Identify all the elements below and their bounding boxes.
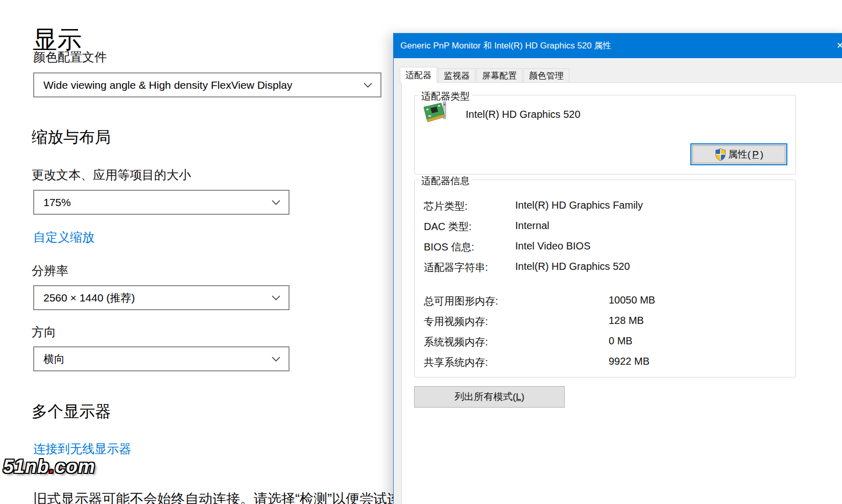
shared-system-memory-label: 共享系统内存: xyxy=(424,356,488,369)
orientation-label: 方向 xyxy=(32,324,56,340)
orientation-value: 横向 xyxy=(43,352,65,366)
tab-adapter[interactable]: 适配器 xyxy=(400,67,437,83)
adapter-name: Intel(R) HD Graphics 520 xyxy=(466,109,581,120)
tab-screen-config[interactable]: 屏幕配置 xyxy=(476,68,522,82)
color-profile-value: Wide viewing angle & High density FlexVi… xyxy=(43,79,293,91)
adapter-string-value: Intel(R) HD Graphics 520 xyxy=(515,261,630,272)
orientation-select[interactable]: 横向 xyxy=(33,346,290,371)
adapter-string-label: 适配器字符串: xyxy=(424,261,488,274)
multiple-displays-heading: 多个显示器 xyxy=(32,401,111,422)
adapter-info-group-label: 适配器信息 xyxy=(419,174,472,188)
dac-type-value: Internal xyxy=(515,220,549,232)
gpu-card-icon xyxy=(421,100,448,124)
color-profile-select[interactable]: Wide viewing angle & High density FlexVi… xyxy=(33,72,381,97)
resolution-select[interactable]: 2560 × 1440 (推荐) xyxy=(33,285,290,310)
custom-scaling-link[interactable]: 自定义缩放 xyxy=(33,229,94,245)
properties-button[interactable]: 属性(P) xyxy=(690,143,787,165)
system-video-memory-value: 0 MB xyxy=(609,335,633,347)
uac-shield-icon xyxy=(714,148,727,161)
chevron-down-icon xyxy=(272,200,280,205)
color-profile-label: 颜色配置文件 xyxy=(33,49,107,65)
scale-layout-heading: 缩放与布局 xyxy=(32,127,111,148)
watermark-dot: . xyxy=(49,456,55,477)
adapter-info-group: 适配器信息 芯片类型: Intel(R) HD Graphics Family … xyxy=(414,180,796,377)
chevron-down-icon xyxy=(364,83,372,88)
dialog-tabs: 适配器 监视器 屏幕配置 颜色管理 xyxy=(400,67,570,82)
properties-button-label: 属性( xyxy=(728,148,751,161)
bios-info-value: Intel Video BIOS xyxy=(515,240,591,252)
total-graphics-memory-value: 10050 MB xyxy=(609,294,655,306)
resolution-value: 2560 × 1440 (推荐) xyxy=(43,291,135,305)
dialog-title: Generic PnP Monitor 和 Intel(R) HD Graphi… xyxy=(400,33,612,58)
dedicated-video-memory-value: 128 MB xyxy=(609,315,644,326)
system-video-memory-label: 系统视频内存: xyxy=(424,335,488,349)
watermark-part2: com xyxy=(55,456,95,477)
scale-value: 175% xyxy=(43,196,71,209)
chip-type-value: Intel(R) HD Graphics Family xyxy=(515,199,643,211)
scale-select[interactable]: 175% xyxy=(33,190,290,215)
properties-button-label-end: ) xyxy=(760,149,763,160)
tab-monitor[interactable]: 监视器 xyxy=(438,68,475,82)
dac-type-label: DAC 类型: xyxy=(424,220,471,234)
dedicated-video-memory-label: 专用视频内存: xyxy=(424,315,488,329)
wireless-display-link[interactable]: 连接到无线显示器 xyxy=(33,441,131,457)
scale-label: 更改文本、应用等项目的大小 xyxy=(32,167,191,183)
list-modes-accesskey: L xyxy=(516,391,521,402)
shared-system-memory-value: 9922 MB xyxy=(609,356,649,367)
dialog-titlebar[interactable]: Generic PnP Monitor 和 Intel(R) HD Graphi… xyxy=(394,33,842,58)
close-icon: ✕ xyxy=(836,41,842,51)
list-modes-label: 列出所有模式( xyxy=(454,390,516,404)
close-button[interactable]: ✕ xyxy=(832,33,842,58)
adapter-properties-dialog: Generic PnP Monitor 和 Intel(R) HD Graphi… xyxy=(393,33,842,504)
watermark-51nb: 51nb.com xyxy=(3,456,95,477)
adapter-type-group: 适配器类型 Intel(R) HD Graphics 520 xyxy=(414,95,796,174)
watermark-part1: 51nb xyxy=(3,456,49,477)
total-graphics-memory-label: 总可用图形内存: xyxy=(424,294,498,308)
chevron-down-icon xyxy=(272,357,280,362)
tab-panel-adapter: 适配器类型 Intel(R) HD Graphics 520 xyxy=(401,82,842,504)
chevron-down-icon xyxy=(272,295,280,300)
tab-color-management[interactable]: 颜色管理 xyxy=(523,68,569,82)
properties-button-accesskey: P xyxy=(752,149,759,160)
screen: 显示 颜色配置文件 Wide viewing angle & High dens… xyxy=(0,0,842,504)
chip-type-label: 芯片类型: xyxy=(424,199,468,213)
list-modes-label-end: ) xyxy=(521,391,524,402)
resolution-label: 分辨率 xyxy=(32,263,68,279)
bios-info-label: BIOS 信息: xyxy=(424,240,474,254)
list-all-modes-button[interactable]: 列出所有模式(L) xyxy=(414,386,565,408)
